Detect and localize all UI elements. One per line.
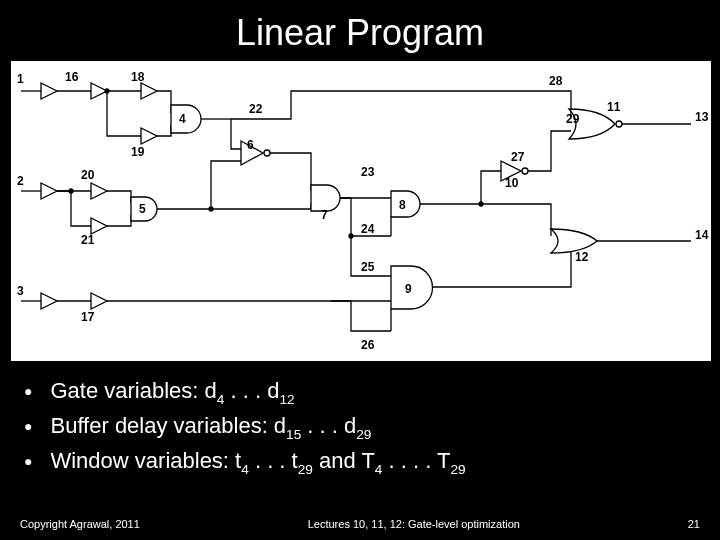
input-3-label: 3: [17, 284, 24, 298]
output-14-label: 14: [695, 228, 709, 242]
gate-8-label: 8: [399, 198, 406, 212]
buf-18-label: 18: [131, 70, 145, 84]
svg-point-3: [105, 89, 109, 93]
output-13-label: 13: [695, 110, 709, 124]
gate-4-label: 4: [179, 112, 186, 126]
svg-point-1: [522, 168, 528, 174]
buf-21-label: 21: [81, 233, 95, 247]
footer-page-number: 21: [688, 518, 700, 530]
gate-12-label: 12: [575, 250, 589, 264]
wire-28-label: 28: [549, 74, 563, 88]
buf-16-label: 16: [65, 70, 79, 84]
bullet-buffer-vars: ● Buffer delay variables: d15 . . . d29: [24, 411, 696, 444]
svg-point-7: [479, 202, 483, 206]
bullet-dot-icon: ●: [24, 417, 32, 436]
buf-20-label: 20: [81, 168, 95, 182]
wire-23-label: 23: [361, 165, 375, 179]
wire-27-label: 27: [511, 150, 525, 164]
gate-9-label: 9: [405, 282, 412, 296]
svg-point-2: [616, 121, 622, 127]
slide-footer: Copyright Agrawal, 2011 Lectures 10, 11,…: [0, 518, 720, 530]
gate-10-label: 10: [505, 176, 519, 190]
svg-point-4: [69, 189, 73, 193]
gate-6-label: 6: [247, 138, 254, 152]
gate-5-label: 5: [139, 202, 146, 216]
input-1-label: 1: [17, 72, 24, 86]
wire-26-label: 26: [361, 338, 375, 352]
circuit-diagram: 1 2 3 16 18 19 20 21 17 22 23 24 25 26 2…: [10, 60, 712, 362]
buf-17-label: 17: [81, 310, 95, 324]
wire-25-label: 25: [361, 260, 375, 274]
bullet-gate-vars: ● Gate variables: d4 . . . d12: [24, 376, 696, 409]
footer-copyright: Copyright Agrawal, 2011: [20, 518, 140, 530]
gate-11-label: 11: [607, 100, 621, 114]
slide-title: Linear Program: [0, 0, 720, 60]
gate-7-label: 7: [321, 208, 328, 222]
footer-lecture: Lectures 10, 11, 12: Gate-level optimiza…: [308, 518, 520, 530]
svg-point-6: [349, 234, 353, 238]
bullet-dot-icon: ●: [24, 452, 32, 471]
wire-29-label: 29: [566, 112, 580, 126]
bullet-dot-icon: ●: [24, 382, 32, 401]
wire-24-label: 24: [361, 222, 375, 236]
bullet-list: ● Gate variables: d4 . . . d12 ● Buffer …: [24, 376, 696, 478]
bullet-window-vars: ● Window variables: t4 . . . t29 and T4 …: [24, 446, 696, 479]
input-2-label: 2: [17, 174, 24, 188]
svg-point-0: [264, 150, 270, 156]
wire-22-label: 22: [249, 102, 263, 116]
buf-19-label: 19: [131, 145, 145, 159]
svg-point-5: [209, 207, 213, 211]
